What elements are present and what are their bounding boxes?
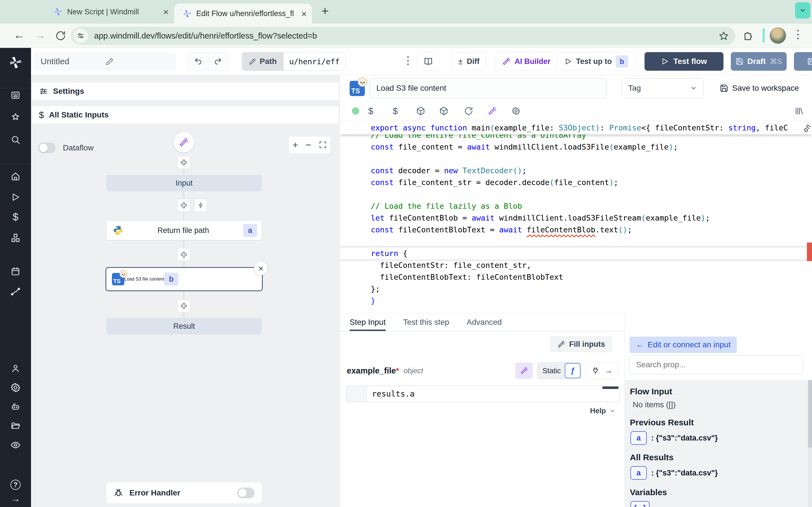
variables-badge[interactable]: {...}	[630, 501, 650, 507]
sidebar-item-folders-icon[interactable]	[10, 421, 20, 431]
tab-advanced[interactable]: Advanced	[467, 313, 502, 331]
expression-editor[interactable]: results.a	[346, 386, 619, 402]
draft-label: Draft	[748, 57, 766, 66]
browser-menu-icon[interactable]: ⋮	[792, 27, 804, 41]
browser-tab-inactive[interactable]: New Script | Windmill ×	[42, 0, 174, 24]
ai-builder-button[interactable]: AI Builder	[495, 52, 558, 71]
flow-name-field[interactable]: Untitled	[33, 52, 176, 71]
sidebar-item-favorites-icon[interactable]	[10, 112, 20, 122]
profile-avatar[interactable]	[770, 27, 786, 44]
variables-icon[interactable]: $	[368, 106, 373, 116]
expression-scrollbar[interactable]	[602, 386, 619, 389]
redo-button[interactable]	[208, 52, 228, 70]
back-icon[interactable]: ←	[13, 29, 25, 41]
ai-wand-icon[interactable]	[488, 107, 497, 115]
test-up-to-button[interactable]: Test up to b	[557, 52, 635, 71]
insert-step-button[interactable]	[177, 299, 190, 313]
settings-row[interactable]: Settings	[32, 82, 339, 100]
sidebar-item-flows-icon[interactable]	[10, 286, 21, 297]
url-field[interactable]: app.windmill.dev/flows/edit/u/henri/effo…	[71, 27, 735, 45]
flow-node-step-a[interactable]: Return file path a	[106, 221, 262, 240]
sidebar-item-help-icon[interactable]: ?	[10, 480, 20, 490]
fill-inputs-button[interactable]: Fill inputs	[550, 336, 613, 352]
tab-close-icon[interactable]: ×	[301, 9, 307, 18]
package-icon[interactable]	[416, 107, 425, 115]
all-static-inputs-row[interactable]: $ All Static Inputs	[32, 106, 339, 124]
site-settings-icon[interactable]	[73, 29, 88, 43]
sidebar-item-runs-icon[interactable]	[11, 192, 20, 202]
result-badge[interactable]: a	[630, 466, 647, 480]
arrow-right-icon[interactable]: →	[605, 366, 612, 375]
insert-step-button[interactable]	[177, 199, 190, 212]
sidebar-item-resources-icon[interactable]	[10, 233, 21, 243]
static-mode-toggle[interactable]: Static ƒ	[537, 362, 581, 379]
reset-icon[interactable]	[464, 107, 473, 115]
save-to-workspace-button[interactable]: Save to workspace	[720, 78, 799, 98]
edit-pencil-icon[interactable]	[105, 57, 170, 66]
bookmark-star-icon[interactable]	[719, 31, 728, 41]
new-tab-button[interactable]: +	[321, 4, 329, 18]
code-line: fileContentBlobText: fileContentBlobText	[340, 271, 812, 283]
sidebar-item-schedules-icon[interactable]	[10, 266, 20, 276]
resources-icon[interactable]: $	[393, 106, 398, 116]
ai-fill-button[interactable]	[515, 362, 533, 379]
test-flow-button[interactable]: Test flow	[645, 52, 723, 71]
scrollbar-thumb[interactable]	[808, 380, 812, 448]
sidebar-item-search-icon[interactable]	[10, 135, 20, 145]
reload-icon[interactable]	[55, 31, 66, 41]
error-handler-row[interactable]: Error Handler	[106, 483, 262, 503]
extensions-icon[interactable]	[743, 29, 754, 41]
trigger-button[interactable]	[194, 199, 207, 212]
browser-tab-active[interactable]: Edit Flow u/henri/effortless_fl ×	[174, 4, 312, 24]
insert-step-button[interactable]	[177, 156, 190, 169]
flow-node-step-b-selected[interactable]: TS Load S3 file content b ×	[105, 267, 263, 291]
result-badge[interactable]: a	[630, 431, 647, 445]
package-icon[interactable]	[439, 107, 448, 115]
fit-view-icon[interactable]	[319, 141, 327, 149]
code-editor[interactable]: export async function main(example_file:…	[340, 120, 812, 313]
diff-button[interactable]: ± Diff	[451, 52, 486, 71]
windmill-logo[interactable]	[8, 55, 22, 69]
sidebar-item-home-icon[interactable]	[10, 171, 20, 181]
tab-search-chevron-icon[interactable]	[795, 2, 810, 18]
url-text[interactable]: app.windmill.dev/flows/edit/u/henri/effo…	[94, 31, 719, 41]
flow-node-input[interactable]: Input	[106, 175, 262, 191]
library-icon[interactable]	[794, 107, 803, 115]
sidebar-item-variables-icon[interactable]: $	[13, 211, 18, 223]
magic-wand-icon	[557, 340, 565, 348]
javascript-expr-button[interactable]: ƒ	[565, 363, 580, 378]
insert-step-button[interactable]	[177, 248, 190, 261]
draft-button[interactable]: Draft ⌘S	[731, 52, 786, 71]
zoom-in-button[interactable]: +	[292, 139, 298, 151]
step-name-input[interactable]	[369, 78, 607, 98]
plug-icon[interactable]	[592, 367, 599, 375]
sidebar-item-settings-icon[interactable]	[10, 382, 21, 393]
error-handler-toggle[interactable]	[237, 488, 255, 498]
tab-test-this-step[interactable]: Test this step	[403, 313, 449, 331]
deploy-button[interactable]: Deploy	[794, 52, 812, 71]
sidebar-item-apps-icon[interactable]	[10, 90, 20, 100]
more-options-icon[interactable]: ⋮	[403, 54, 413, 66]
expression-value[interactable]: results.a	[367, 386, 619, 402]
tag-select[interactable]: Tag	[622, 78, 703, 98]
help-toggle[interactable]: Help	[590, 406, 615, 415]
sidebar-item-audit-icon[interactable]	[10, 440, 21, 450]
zoom-out-button[interactable]: −	[306, 139, 311, 151]
sidebar-collapse-icon[interactable]: →	[11, 493, 20, 504]
tab-step-input[interactable]: Step Input	[350, 313, 386, 331]
search-prop-input[interactable]	[629, 355, 803, 374]
editor-settings-icon[interactable]	[511, 107, 520, 115]
edit-or-connect-banner[interactable]: ← Edit or connect an input	[629, 337, 737, 353]
undo-button[interactable]	[188, 52, 208, 70]
sidebar-item-user-icon[interactable]	[10, 363, 20, 374]
path-button[interactable]: Path u/henri/eff	[242, 52, 346, 71]
delete-step-icon[interactable]: ×	[254, 262, 267, 275]
dataflow-toggle[interactable]	[38, 143, 56, 153]
sidebar-item-workers-icon[interactable]	[10, 402, 20, 412]
step-label: Return file path	[123, 226, 243, 235]
flow-node-result[interactable]: Result	[106, 318, 262, 334]
flow-graph-canvas[interactable]: Dataflow + − Input Return file path a TS…	[31, 130, 340, 507]
ai-wand-button[interactable]	[174, 132, 194, 152]
docs-button[interactable]	[416, 52, 440, 71]
tab-close-icon[interactable]: ×	[163, 7, 168, 17]
